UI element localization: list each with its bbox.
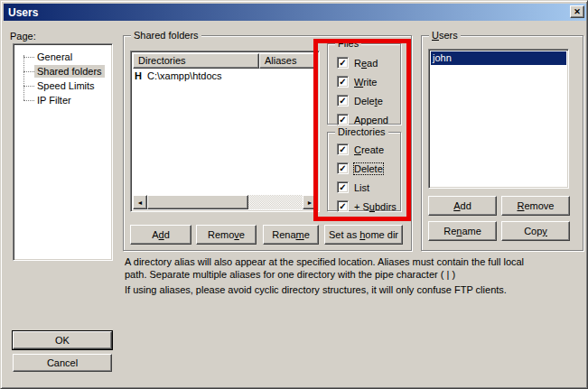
checkmark-icon: ✓ (339, 183, 346, 192)
tree-rail (23, 55, 24, 100)
checkmark-icon: ✓ (339, 116, 346, 125)
user-rename-button[interactable]: Rename (428, 221, 497, 241)
listview-header: Directories Aliases (133, 53, 317, 69)
directory-path: C:\xampp\htdocs (147, 70, 222, 81)
home-marker: H (135, 70, 147, 81)
directories-group: Directories ✓ Create ✓ Delete ✓ List ✓ +… (327, 132, 401, 211)
column-header-directories[interactable]: Directories (133, 53, 259, 69)
checkbox-box[interactable]: ✓ (337, 181, 349, 193)
checkbox-delete-file[interactable]: ✓ Delete (337, 95, 383, 107)
files-group: Files ✓ Read ✓ Write ✓ Delete ✓ Append (327, 43, 401, 125)
right-arrow-icon: ► (307, 199, 313, 206)
checkbox-box[interactable]: ✓ (337, 144, 349, 155)
tree-connector (23, 57, 34, 58)
checkbox-list[interactable]: ✓ List (337, 181, 369, 193)
checkmark-icon: ✓ (339, 145, 346, 154)
checkbox-box[interactable]: ✓ (337, 57, 349, 69)
checkbox-append[interactable]: ✓ Append (337, 114, 388, 125)
help-paragraph-cyclic: If using aliases, please avoid cyclic di… (125, 283, 542, 296)
page-tree: General Shared folders Speed Limits IP F… (13, 43, 113, 261)
users-dialog: Users ✕ Page: General Shared folders Spe… (0, 0, 588, 389)
page-label: Page: (10, 31, 36, 42)
tree-connector (23, 100, 34, 101)
user-row-john[interactable]: john (431, 51, 566, 65)
tree-item-general[interactable]: General (15, 50, 110, 64)
users-listbox[interactable]: john (428, 49, 569, 189)
checkbox-box[interactable]: ✓ (337, 200, 349, 212)
help-paragraph-aliases: A directory alias will also appear at th… (125, 255, 542, 281)
checkbox-write[interactable]: ✓ Write (337, 76, 377, 88)
checkbox-delete-dir[interactable]: ✓ Delete (337, 162, 383, 174)
close-icon: ✕ (574, 8, 581, 16)
users-group: Users john Add Remove Rename Copy (421, 35, 583, 251)
scrollbar-thumb[interactable] (147, 195, 248, 209)
scrollbar-track[interactable] (248, 195, 303, 209)
checkbox-subdirs[interactable]: ✓ + Subdirs (337, 200, 397, 212)
checkmark-icon: ✓ (339, 164, 346, 173)
folder-rename-button[interactable]: Rename (263, 225, 319, 245)
scroll-right-button[interactable]: ► (303, 195, 317, 209)
column-header-aliases[interactable]: Aliases (259, 53, 317, 69)
left-arrow-icon: ◄ (137, 199, 144, 206)
ok-button[interactable]: OK (13, 331, 112, 349)
checkbox-create[interactable]: ✓ Create (337, 144, 384, 155)
directories-listview: Directories Aliases H C:\xampp\htdocs ◄ … (130, 51, 320, 212)
help-text: A directory alias will also appear at th… (125, 255, 542, 296)
window-title: Users (8, 6, 38, 19)
folder-remove-button[interactable]: Remove (196, 225, 257, 245)
user-add-button[interactable]: Add (428, 196, 497, 216)
checkmark-icon: ✓ (339, 202, 346, 211)
checkbox-box[interactable]: ✓ (337, 76, 349, 88)
checkbox-box[interactable]: ✓ (337, 162, 349, 174)
checkbox-box[interactable]: ✓ (337, 114, 349, 125)
checkbox-read[interactable]: ✓ Read (337, 57, 378, 69)
checkmark-icon: ✓ (339, 97, 346, 106)
horizontal-scrollbar[interactable]: ◄ ► (133, 195, 317, 209)
folder-add-button[interactable]: Add (130, 225, 191, 245)
files-group-label: Files (335, 38, 361, 49)
scroll-left-button[interactable]: ◄ (133, 195, 147, 209)
tree-item-speed-limits[interactable]: Speed Limits (15, 79, 110, 93)
tree-item-shared-folders[interactable]: Shared folders (15, 64, 110, 79)
directories-group-label: Directories (335, 126, 388, 137)
set-as-home-dir-button[interactable]: Set as home dir (324, 225, 403, 245)
checkmark-icon: ✓ (339, 78, 346, 87)
tree-connector (23, 71, 34, 72)
checkbox-box[interactable]: ✓ (337, 95, 349, 107)
tree-connector (23, 86, 34, 87)
shared-folders-group-label: Shared folders (131, 30, 201, 41)
users-group-label: Users (429, 30, 461, 41)
tree-item-ip-filter[interactable]: IP Filter (15, 93, 110, 107)
cancel-button[interactable]: Cancel (13, 354, 112, 372)
directory-row[interactable]: H C:\xampp\htdocs (133, 69, 317, 82)
user-remove-button[interactable]: Remove (501, 196, 570, 216)
checkmark-icon: ✓ (339, 59, 346, 68)
user-copy-button[interactable]: Copy (501, 221, 570, 241)
title-bar[interactable]: Users ✕ (4, 4, 586, 21)
close-button[interactable]: ✕ (570, 5, 584, 18)
